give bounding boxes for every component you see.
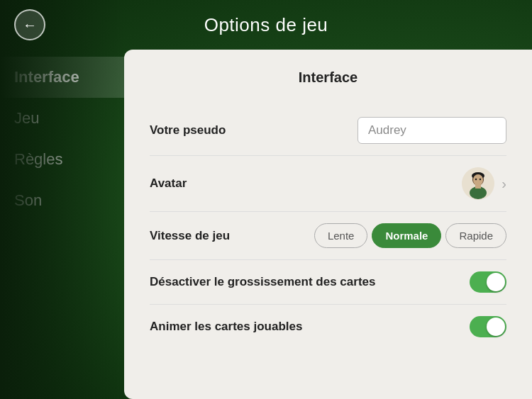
sidebar-item-son[interactable]: Son (0, 180, 124, 221)
speed-rapide[interactable]: Rapide (445, 223, 506, 248)
avatar-row: Avatar (150, 156, 506, 212)
avatar-selector[interactable]: › (462, 167, 506, 200)
pseudo-input[interactable] (358, 117, 506, 144)
panel-title: Interface (150, 69, 506, 86)
pseudo-row: Votre pseudo (150, 106, 506, 156)
animer-row: Animer les cartes jouables (150, 305, 506, 349)
header: ← Options de jeu (0, 0, 532, 50)
desactiver-row: Désactiver le grossissement des cartes (150, 260, 506, 305)
speed-normale[interactable]: Normale (372, 223, 441, 248)
svg-point-5 (473, 174, 483, 186)
sidebar-item-regles[interactable]: Règles (0, 139, 124, 180)
sidebar: Interface Jeu Règles Son (0, 50, 124, 399)
vitesse-label: Vitesse de jeu (150, 229, 230, 243)
back-button[interactable]: ← (14, 9, 45, 40)
sidebar-item-interface[interactable]: Interface (0, 57, 124, 98)
page-title: Options de jeu (204, 14, 328, 36)
back-icon: ← (23, 17, 37, 33)
chevron-right-icon: › (501, 176, 506, 192)
sidebar-item-jeu[interactable]: Jeu (0, 98, 124, 139)
speed-lente[interactable]: Lente (314, 223, 368, 248)
pseudo-label: Votre pseudo (150, 123, 226, 137)
animer-label: Animer les cartes jouables (150, 320, 302, 334)
content-panel: Interface Votre pseudo Avatar (124, 50, 532, 399)
main-layout: Interface Jeu Règles Son Interface Votre… (0, 50, 532, 399)
vitesse-row: Vitesse de jeu Lente Normale Rapide (150, 212, 506, 260)
avatar-icon (462, 167, 494, 200)
avatar-label: Avatar (150, 176, 187, 191)
desactiver-label: Désactiver le grossissement des cartes (150, 275, 375, 289)
desactiver-toggle[interactable] (470, 271, 506, 293)
svg-point-6 (475, 179, 477, 180)
speed-group: Lente Normale Rapide (314, 223, 506, 248)
svg-point-7 (480, 179, 481, 180)
animer-toggle[interactable] (470, 316, 506, 337)
